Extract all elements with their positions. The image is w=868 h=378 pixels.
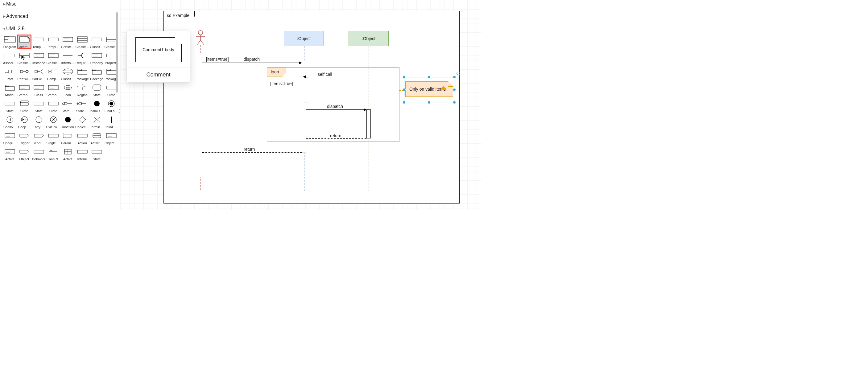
section-advanced[interactable]: ▶ Advanced bbox=[0, 12, 120, 20]
shape-state-30[interactable]: State bbox=[89, 83, 104, 97]
shape-exitpo-43[interactable]: Exit Po… bbox=[46, 115, 60, 129]
resize-handle[interactable] bbox=[403, 101, 406, 104]
rotate-handle[interactable] bbox=[457, 71, 460, 75]
msg-self-call[interactable] bbox=[306, 71, 315, 77]
shape-state-33[interactable]: State bbox=[17, 99, 31, 113]
shape-classif-9[interactable]: Classif… bbox=[17, 51, 31, 65]
resize-handle[interactable] bbox=[428, 75, 431, 78]
shape-stereo-27[interactable]: Stereo… bbox=[46, 83, 60, 97]
shape-send-50[interactable]: Send … bbox=[31, 131, 46, 145]
shape-package-21[interactable]: Package bbox=[75, 67, 89, 81]
msg-return-2[interactable] bbox=[203, 152, 302, 153]
lifeline-object-2[interactable]: :Object bbox=[348, 31, 389, 46]
object-head[interactable]: :Object bbox=[348, 31, 389, 46]
lifeline-actor[interactable] bbox=[196, 30, 205, 46]
shape-behavior-58[interactable]: Behavior bbox=[31, 147, 46, 161]
sidebar-resize-handle[interactable] bbox=[119, 105, 120, 117]
shape-templ-3[interactable]: Templ… bbox=[46, 34, 60, 49]
shape-constr-4[interactable]: Constr… bbox=[60, 34, 75, 49]
shape-classif-6[interactable]: Classif… bbox=[89, 34, 104, 49]
shape-state-62[interactable]: State bbox=[89, 147, 104, 161]
scrollbar-thumb[interactable] bbox=[116, 12, 118, 93]
shape-portwi-17[interactable]: Port wi… bbox=[17, 67, 31, 81]
resize-handle[interactable] bbox=[453, 88, 456, 91]
msg-dispatch-2[interactable] bbox=[306, 109, 367, 110]
shape-interru-61[interactable]: Interru bbox=[75, 147, 89, 161]
shape-model-24[interactable]: Model bbox=[2, 83, 17, 97]
shape-diagram-0[interactable]: Diagram bbox=[2, 34, 17, 49]
resize-handle[interactable] bbox=[403, 88, 406, 91]
shape-class-26[interactable]: Class bbox=[31, 83, 46, 97]
shape-single-51[interactable]: Single … bbox=[46, 131, 60, 145]
object-head[interactable]: :Object bbox=[284, 31, 324, 46]
shape-port-16[interactable]: portPort bbox=[2, 67, 17, 81]
msg-guard[interactable]: [items=true] bbox=[206, 57, 229, 62]
shape-region-29[interactable]: R1R2Region bbox=[75, 83, 89, 97]
msg-dispatch-1[interactable] bbox=[203, 63, 302, 63]
shape-action-53[interactable]: Action bbox=[75, 131, 89, 145]
shape-stereo-25[interactable]: Stereo… bbox=[17, 83, 31, 97]
shape-param-52[interactable]: Param… bbox=[60, 131, 75, 145]
msg-label[interactable]: return bbox=[330, 133, 341, 138]
note-text: Only on valid items bbox=[409, 87, 446, 92]
msg-label[interactable]: return bbox=[244, 147, 255, 152]
shape-activit-54[interactable]: Activit… bbox=[89, 131, 104, 145]
shape-property-14[interactable]: Property bbox=[89, 51, 104, 65]
shape-joinf-47[interactable]: Join/F… bbox=[104, 115, 119, 129]
shape-requir-13[interactable]: Requir… bbox=[75, 51, 89, 65]
shape-associ-8[interactable]: Associ… bbox=[2, 51, 17, 65]
shape-joinn-59[interactable]: joinJoin N bbox=[46, 147, 60, 161]
shape-state-32[interactable]: State bbox=[2, 99, 17, 113]
shape-state-36[interactable]: State … bbox=[60, 99, 75, 113]
msg-label[interactable]: self call bbox=[318, 72, 332, 77]
shape-interfa-12[interactable]: Interfa… bbox=[60, 51, 75, 65]
msg-return-1[interactable] bbox=[306, 138, 367, 139]
shape-icon-28[interactable]: iconIcon bbox=[60, 83, 75, 97]
shape-instance-10[interactable]: Instance bbox=[31, 51, 46, 65]
shape-object-55[interactable]: Object… bbox=[104, 131, 119, 145]
shape-classif-5[interactable]: Classif… bbox=[75, 34, 89, 49]
shape-package-22[interactable]: Package bbox=[89, 67, 104, 81]
shape-comm-1[interactable]: Comm… bbox=[17, 34, 31, 49]
shape-templ-2[interactable]: Templ… bbox=[31, 34, 46, 49]
msg-label[interactable]: dispatch bbox=[244, 57, 260, 62]
note-icon bbox=[18, 34, 31, 44]
shape-opaqu-48[interactable]: Opaqu… bbox=[2, 131, 17, 145]
section-misc[interactable]: ▶ Misc bbox=[0, 0, 120, 8]
shape-state-34[interactable]: State bbox=[31, 99, 46, 113]
resize-handle[interactable] bbox=[453, 101, 456, 104]
shape-state-35[interactable]: State bbox=[46, 99, 60, 113]
canvas-area[interactable]: Comment1 body Comment sd Example bbox=[120, 0, 481, 210]
svg-rect-6 bbox=[78, 37, 87, 42]
shape-classif-11[interactable]: Classif… bbox=[46, 51, 60, 65]
shape-classif-20[interactable]: Classif… bbox=[60, 67, 75, 81]
comment-note[interactable]: Only on valid items bbox=[405, 82, 453, 97]
shape-junction-44[interactable]: Junction bbox=[60, 115, 75, 129]
loop-tag[interactable]: loop bbox=[267, 67, 286, 76]
shape-trigger-49[interactable]: Trigger bbox=[17, 131, 31, 145]
svg-rect-1 bbox=[34, 38, 44, 41]
resize-handle[interactable] bbox=[453, 75, 456, 78]
msg-label[interactable]: dispatch bbox=[327, 104, 343, 109]
shape-portwi-18[interactable]: Port wi… bbox=[31, 67, 46, 81]
shape-activit-56[interactable]: Activit bbox=[2, 147, 17, 161]
shape-deep-41[interactable]: H*Deep … bbox=[17, 115, 31, 129]
section-uml25[interactable]: ▼ UML 2.5 bbox=[0, 25, 120, 33]
frame-label[interactable]: sd Example bbox=[163, 11, 195, 20]
resize-handle[interactable] bbox=[428, 101, 431, 104]
shape-comp-19[interactable]: Comp… bbox=[46, 67, 60, 81]
shape-termin-46[interactable]: Termin… bbox=[89, 115, 104, 129]
shape-choice-45[interactable]: Choice… bbox=[75, 115, 89, 129]
shape-initials-38[interactable]: Initial s… bbox=[89, 99, 104, 113]
resize-handle[interactable] bbox=[403, 75, 406, 78]
shape-object-57[interactable]: Object bbox=[17, 147, 31, 161]
shape-finals-39[interactable]: Final s… bbox=[104, 99, 119, 113]
shape-entry-42[interactable]: Entry … bbox=[31, 115, 46, 129]
svg-rect-3 bbox=[63, 37, 73, 42]
shape-shallo-40[interactable]: HShallo… bbox=[2, 115, 17, 129]
activation-bar[interactable] bbox=[198, 54, 203, 177]
shape-state-37[interactable]: State … bbox=[75, 99, 89, 113]
loop-guard[interactable]: [items=true] bbox=[270, 81, 293, 86]
lifeline-object-1[interactable]: :Object bbox=[284, 31, 324, 46]
shape-activit-60[interactable]: Activit bbox=[60, 147, 75, 161]
